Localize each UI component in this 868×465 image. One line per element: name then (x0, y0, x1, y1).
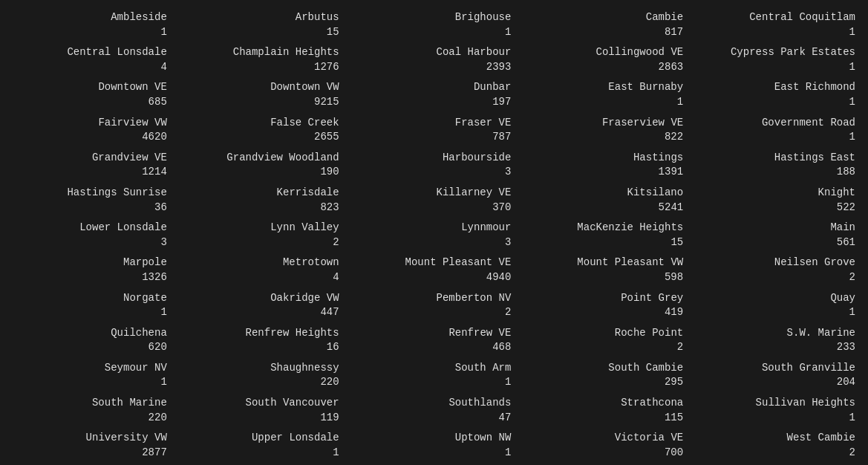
neighborhood-count: 787 (492, 130, 511, 145)
list-item: Norgate1 (4, 288, 176, 323)
list-item: East Burnaby1 (520, 77, 692, 112)
neighborhood-count: 295 (665, 375, 683, 390)
neighborhood-name: Fairview VW (98, 116, 166, 131)
neighborhood-count: 2877 (142, 446, 167, 461)
neighborhood-name: Renfrew VE (448, 326, 511, 341)
list-item: Killarney VE370 (348, 183, 521, 218)
neighborhood-count: 522 (837, 201, 855, 215)
neighborhood-count: 220 (320, 375, 339, 390)
neighborhood-count: 4 (333, 270, 339, 285)
neighborhood-name: Government Road (762, 116, 855, 131)
neighborhood-count: 1 (849, 305, 855, 320)
neighborhood-count: 2655 (314, 130, 339, 145)
neighborhood-name: Shaughnessy (270, 361, 339, 376)
list-item: Fairview VW4620 (4, 113, 176, 148)
neighborhood-name: Downtown VE (98, 80, 166, 95)
list-item: East Richmond1 (692, 77, 864, 112)
list-item: Hastings1391 (520, 148, 692, 183)
neighborhood-name: Roche Point (615, 326, 683, 341)
list-item: South Granville204 (692, 358, 864, 393)
neighborhood-name: Pemberton NV (437, 291, 512, 306)
neighborhood-count: 685 (149, 95, 167, 110)
list-item: Shaughnessy220 (176, 358, 348, 393)
neighborhood-name: West Cambie (787, 431, 855, 446)
list-item: Downtown VW9215 (176, 77, 348, 112)
neighborhood-name: Upper Lonsdale (252, 431, 339, 446)
list-item: West Cambie2 (692, 428, 864, 463)
list-item: Marpole1326 (4, 253, 176, 287)
list-item: Mount Pleasant VW598 (520, 253, 692, 287)
list-item: Ambleside1 (4, 7, 176, 42)
list-item: University VW2877 (4, 428, 176, 463)
neighborhood-name: Ambleside (111, 10, 167, 25)
neighborhood-name: Cambie (646, 10, 683, 25)
neighborhood-count: 817 (665, 25, 683, 40)
neighborhood-count: 2 (505, 305, 511, 320)
list-item: Renfrew Heights16 (176, 323, 348, 358)
neighborhood-count: 3 (505, 235, 511, 250)
neighborhood-name: Norgate (123, 291, 167, 306)
neighborhood-name: Lynn Valley (270, 221, 339, 235)
neighborhood-name: Point Grey (621, 291, 683, 306)
neighborhood-count: 4 (160, 60, 166, 75)
list-item: Point Grey419 (520, 288, 692, 323)
neighborhood-name: Seymour NV (105, 361, 167, 376)
neighborhood-count: 1 (849, 60, 855, 75)
neighborhood-name: Kitsilano (627, 186, 684, 201)
list-item: Southlands47 (348, 393, 521, 428)
list-item: Renfrew VE468 (348, 323, 521, 358)
neighborhood-grid: Ambleside1Arbutus15Brighouse1Cambie817Ce… (0, 0, 868, 465)
list-item: Arbutus15 (176, 7, 348, 42)
neighborhood-count: 620 (149, 340, 167, 355)
neighborhood-count: 419 (665, 305, 683, 320)
neighborhood-count: 1 (160, 375, 166, 390)
neighborhood-count: 15 (327, 25, 339, 40)
list-item: Dunbar197 (348, 77, 521, 112)
neighborhood-name: Kerrisdale (277, 186, 339, 201)
list-item: Fraser VE787 (348, 113, 521, 148)
neighborhood-count: 2 (849, 270, 855, 285)
neighborhood-count: 561 (837, 235, 855, 250)
list-item: Neilsen Grove2 (692, 253, 864, 287)
neighborhood-name: Lower Lonsdale (79, 221, 167, 235)
list-item: Quay1 (692, 288, 864, 323)
neighborhood-count: 1 (505, 446, 511, 461)
neighborhood-count: 1276 (314, 60, 339, 75)
list-item: Seymour NV1 (4, 358, 176, 393)
list-item: Lynnmour3 (348, 218, 521, 253)
neighborhood-count: 9215 (314, 95, 339, 110)
neighborhood-count: 1 (505, 25, 511, 40)
list-item: Oakridge VW447 (176, 288, 348, 323)
list-item: Cambie817 (520, 7, 692, 42)
list-item: Hastings Sunrise36 (4, 183, 176, 218)
list-item: Kerrisdale823 (176, 183, 348, 218)
neighborhood-name: East Richmond (774, 80, 855, 95)
neighborhood-name: Lynnmour (461, 221, 511, 235)
neighborhood-name: Downtown VW (270, 80, 339, 95)
neighborhood-name: Metrotown (283, 256, 339, 270)
neighborhood-count: 1326 (142, 270, 167, 285)
list-item: Mount Pleasant VE4940 (348, 253, 521, 287)
neighborhood-name: Cypress Park Estates (731, 45, 855, 60)
list-item: Uptown NW1 (348, 428, 521, 463)
list-item: South Vancouver119 (176, 393, 348, 428)
neighborhood-name: Hastings (633, 151, 683, 166)
list-item: Harbourside3 (348, 148, 521, 183)
list-item: Victoria VE700 (520, 428, 692, 463)
neighborhood-name: False Creek (270, 116, 339, 131)
neighborhood-name: Knight (818, 186, 855, 201)
neighborhood-count: 190 (320, 165, 339, 180)
neighborhood-name: South Vancouver (246, 396, 339, 411)
neighborhood-count: 4620 (142, 130, 167, 145)
neighborhood-count: 1 (160, 25, 166, 40)
neighborhood-count: 220 (149, 411, 167, 426)
neighborhood-count: 204 (837, 375, 855, 390)
neighborhood-name: South Arm (455, 361, 512, 376)
list-item: South Cambie295 (520, 358, 692, 393)
neighborhood-count: 119 (320, 411, 339, 426)
neighborhood-name: Main (830, 221, 855, 235)
neighborhood-count: 3 (505, 165, 511, 180)
neighborhood-name: Fraser VE (455, 116, 512, 131)
neighborhood-count: 598 (665, 270, 683, 285)
list-item: Main561 (692, 218, 864, 253)
